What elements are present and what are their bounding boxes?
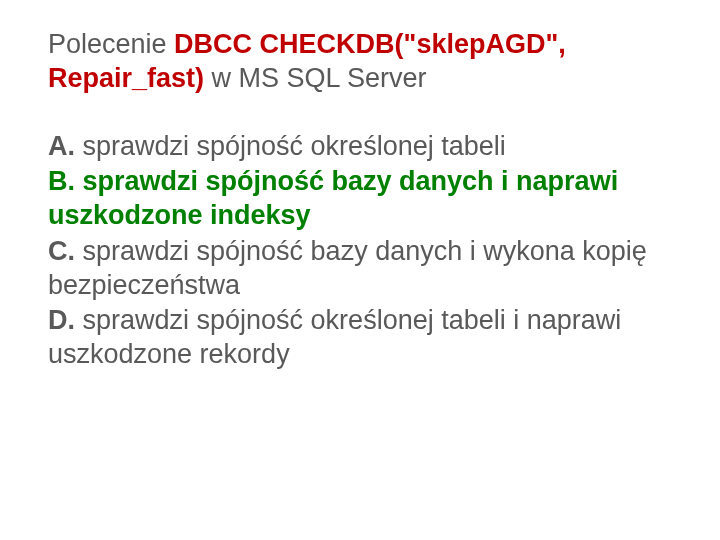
slide-content: Polecenie DBCC CHECKDB("sklepAGD", Repai… [0,0,720,540]
option-c-letter: C. [48,236,75,266]
option-a-text: sprawdzi spójność określonej tabeli [75,131,506,161]
option-a: A. sprawdzi spójność określonej tabeli [48,130,672,164]
question-text: Polecenie DBCC CHECKDB("sklepAGD", Repai… [48,28,672,96]
option-d-letter: D. [48,305,75,335]
option-b-text: sprawdzi spójność bazy danych i naprawi … [48,166,618,230]
option-d: D. sprawdzi spójność określonej tabeli i… [48,304,672,372]
option-a-letter: A. [48,131,75,161]
option-b: B. sprawdzi spójność bazy danych i napra… [48,165,672,233]
option-d-text: sprawdzi spójność określonej tabeli i na… [48,305,621,369]
option-c-text: sprawdzi spójność bazy danych i wykona k… [48,236,647,300]
option-b-letter: B. [48,166,75,196]
option-c: C. sprawdzi spójność bazy danych i wykon… [48,235,672,303]
question-suffix: w MS SQL Server [204,63,427,93]
question-prefix: Polecenie [48,29,174,59]
